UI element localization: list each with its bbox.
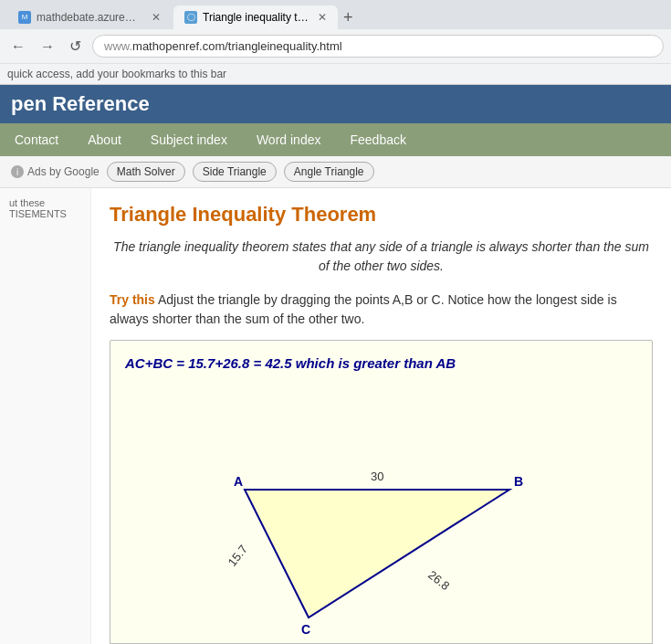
- ad-side-triangle[interactable]: Side Triangle: [193, 162, 277, 182]
- try-text: Adjust the triangle by dragging the poin…: [110, 292, 617, 326]
- url-text: mathopenref.com/triangleinequality.html: [132, 39, 342, 53]
- tab-inactive[interactable]: M mathdebate.azurewebsite... ✕: [7, 5, 172, 29]
- diagram-formula: AC+BC = 15.7+26.8 = 42.5 which is greate…: [125, 355, 637, 371]
- nav-feedback[interactable]: Feedback: [335, 123, 420, 156]
- triangle-diagram[interactable]: A B C 30 15.7 26.8: [126, 380, 637, 636]
- browser-chrome: M mathdebate.azurewebsite... ✕ ◯ Triangl…: [0, 0, 671, 85]
- svg-text:26.8: 26.8: [425, 568, 452, 593]
- nav-contact[interactable]: Contact: [0, 123, 73, 156]
- sidebar: ut these TISEMENTS: [0, 188, 91, 644]
- nav-about[interactable]: About: [73, 123, 136, 156]
- svg-text:B: B: [514, 474, 523, 489]
- svg-text:30: 30: [371, 470, 383, 483]
- svg-text:A: A: [234, 474, 243, 489]
- ad-bar: i Ads by Google Math Solver Side Triangl…: [0, 156, 671, 188]
- reload-button[interactable]: ↺: [66, 36, 85, 57]
- tab-bar: M mathdebate.azurewebsite... ✕ ◯ Triangl…: [0, 0, 671, 29]
- sidebar-line2: TISEMENTS: [9, 208, 81, 219]
- nav-subject-index[interactable]: Subject index: [136, 123, 242, 156]
- tab-title-1: mathdebate.azurewebsite...: [37, 11, 142, 24]
- content-area: ut these TISEMENTS Triangle Inequality T…: [0, 188, 671, 644]
- new-tab-button[interactable]: +: [340, 8, 357, 27]
- address-bar-row: ← → ↺ www.mathopenref.com/triangleinequa…: [0, 29, 671, 63]
- info-icon[interactable]: i: [11, 165, 24, 178]
- forward-button[interactable]: →: [37, 37, 58, 57]
- back-button[interactable]: ←: [7, 37, 29, 57]
- diagram-box: AC+BC = 15.7+26.8 = 42.5 which is greate…: [110, 340, 653, 644]
- tab-close-2[interactable]: ✕: [318, 11, 327, 24]
- try-label: Try this: [110, 292, 155, 307]
- bookmark-bar: quick access, add your bookmarks to this…: [0, 63, 671, 84]
- nav-bar: Contact About Subject index Word index F…: [0, 123, 671, 156]
- tab-active[interactable]: ◯ Triangle inequality theore... ✕: [173, 5, 338, 29]
- ads-by-google: i Ads by Google: [11, 165, 100, 178]
- tab-favicon-2: ◯: [184, 11, 197, 24]
- ads-label: Ads by Google: [27, 165, 100, 178]
- main-content: Triangle Inequality Theorem The triangle…: [91, 188, 671, 644]
- tab-close-1[interactable]: ✕: [152, 11, 161, 24]
- ad-math-solver[interactable]: Math Solver: [107, 162, 185, 182]
- svg-text:C: C: [301, 622, 310, 636]
- url-protocol: www.: [104, 39, 132, 53]
- svg-text:15.7: 15.7: [225, 543, 249, 569]
- ad-angle-triangle[interactable]: Angle Triangle: [284, 162, 374, 182]
- page-title: Triangle Inequality Theorem: [110, 203, 653, 227]
- site-title: pen Reference: [11, 92, 150, 115]
- tab-title-2: Triangle inequality theore...: [203, 11, 309, 24]
- tab-favicon-1: M: [18, 11, 31, 24]
- site-header: pen Reference: [0, 85, 671, 123]
- svg-marker-0: [245, 490, 509, 618]
- nav-word-index[interactable]: Word index: [242, 123, 336, 156]
- sidebar-line1: ut these: [9, 197, 81, 208]
- intro-text: The triangle inequality theorem states t…: [110, 238, 653, 276]
- address-bar[interactable]: www.mathopenref.com/triangleinequality.h…: [92, 35, 664, 58]
- try-this-paragraph: Try this Adjust the triangle by dragging…: [110, 290, 653, 329]
